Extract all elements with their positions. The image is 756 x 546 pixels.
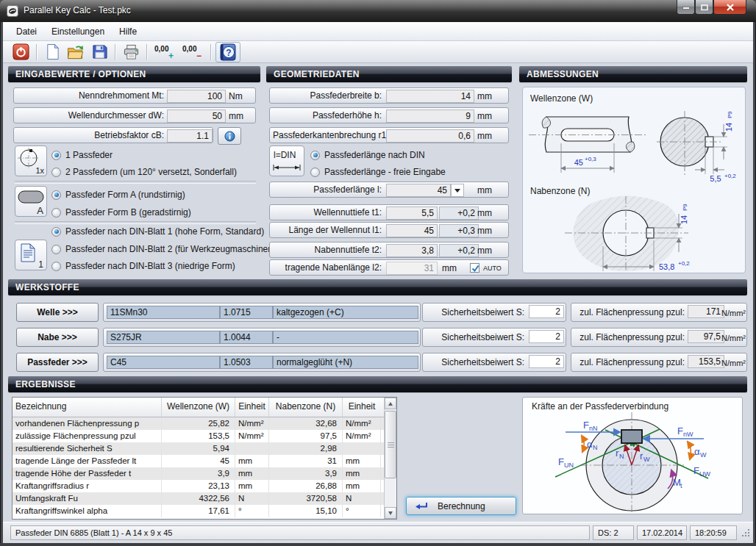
auto-checkbox[interactable] [470,263,479,273]
shaft-side-view-drawing: 45 +0,3 [524,107,653,179]
hub-safety-input[interactable] [529,330,564,343]
key-material-button[interactable]: Passfeder >>> [16,353,99,372]
option-two-keys[interactable]: 2 Passfedern (um 120° versetzt, Sonderfa… [51,166,237,178]
key-safety-input[interactable] [529,355,564,368]
pressure-unit: N/mm² [721,330,746,346]
resize-grip[interactable] [741,528,751,541]
status-time: 18:20:59 [690,525,737,540]
option-din-sheet-2[interactable]: Passfeder nach DIN-Blatt 2 (für Werkzeug… [51,243,276,255]
key-chamfer-input[interactable] [386,129,474,143]
svg-text:nW: nW [683,431,693,438]
shaft-groove-depth-input[interactable] [386,206,438,220]
radio-icon[interactable] [310,151,320,160]
shaft-safety-input[interactable] [529,305,564,318]
key-width-input[interactable] [386,90,474,103]
key-safety-group: Sicherheitsbeiwert S: [422,353,566,372]
decimals-label: 0,00 [154,45,168,53]
key-height-input[interactable] [386,109,474,123]
material-number: 1.0715 [220,306,273,319]
unit-label: mm [229,108,243,124]
shaft-material-button[interactable]: Welle >>> [16,303,99,322]
unit-label: Nm [229,88,243,104]
hub-diameter-dim: 53,8 [659,262,674,271]
input-row-service-factor: Betriebsfaktor cB: [13,127,213,143]
option-form-b[interactable]: Passfeder Form B (geradstirnig) [51,206,191,218]
decrease-decimals-button[interactable]: 0,00 − [179,43,206,62]
hub-groove-depth-input[interactable] [386,244,438,257]
title-bar[interactable]: Parallel Key Calc - Test.pkc [0,0,756,22]
safety-label: Sicherheitsbeiwert S: [426,355,524,370]
input-row-shaft-diameter: Wellendurchmesser dW: mm [13,107,256,123]
option-din-sheet-3[interactable]: Passfeder nach DIN-Blatt 3 (niedrige For… [51,260,235,272]
material-treatment: - [273,331,418,344]
close-button[interactable] [713,0,746,15]
key-length-input[interactable] [386,184,451,197]
service-factor-input[interactable] [167,129,213,143]
radio-icon[interactable] [51,168,61,177]
unit-label: mm [477,88,492,104]
maximize-button[interactable] [695,0,713,15]
radio-icon[interactable] [51,262,61,271]
new-file-button[interactable] [41,43,63,62]
exit-button[interactable] [10,43,32,62]
radio-icon[interactable] [310,168,320,177]
question-glyph: ? [226,47,231,57]
field-label: Passfederhöhe h: [273,108,382,123]
radio-icon[interactable] [51,208,61,218]
menu-einstellungen[interactable]: Einstellungen [44,22,112,40]
material-number: 1.0044 [220,331,273,344]
scroll-up-button[interactable] [385,398,396,409]
main-content: EINGABEWERTE / OPTIONEN GEOMETRIEDATEN A… [3,63,753,522]
info-button[interactable] [218,127,241,145]
field-label: Nabennuttiefe t2: [273,243,382,257]
calculate-button[interactable]: Berechnung [406,497,516,515]
minimize-button[interactable] [677,0,695,15]
scrollbar-thumb[interactable] [385,411,396,478]
hub-material-button[interactable]: Nabe >>> [16,328,99,347]
shaft-keyway-depth-tolerance: +0,2 [724,173,736,179]
table-row: zulässige Flächenpressung pzul153,5N/mm²… [13,430,396,442]
pressure-value: 97,5 [688,330,724,343]
table-scrollbar[interactable] [384,398,396,519]
status-date: 17.02.2014 [637,525,687,540]
window-frame [0,543,756,546]
section-header-geometry: GEOMETRIEDATEN [266,66,512,82]
svg-text:nN: nN [589,425,598,432]
tolerance-value: +0,2 [439,206,479,220]
radio-icon[interactable] [51,151,61,160]
table-row: resultierende Sicherheit S5,942,98 [13,442,396,455]
safety-label: Sicherheitsbeiwert S: [426,305,524,320]
geometry-row-t2: Nabennuttiefe t2: +0,2 mm [269,242,509,258]
print-button[interactable] [120,43,142,62]
app-icon [7,5,18,17]
radio-icon[interactable] [51,245,61,254]
field-label: Wellendurchmesser dW: [17,108,164,123]
shaft-diameter-input[interactable] [167,109,226,123]
shaft-pressure-group: zul. Flächenpressung pzul: 171 N/mm² [571,303,747,322]
svg-text:W: W [643,456,650,463]
option-form-a[interactable]: Passfeder Form A (rundstirnig) [51,189,185,201]
force-fuw-label: F [693,465,699,476]
key-count-icon-label: 1x [35,166,44,175]
scroll-down-button[interactable] [385,507,396,519]
open-file-button[interactable] [65,43,87,62]
radio-icon[interactable] [51,227,61,237]
tolerance-value: +0,2 [439,244,479,257]
menu-datei[interactable]: Datei [9,22,44,40]
option-din-sheet-1[interactable]: Passfeder nach DIN-Blatt 1 (hohe Form, S… [51,226,264,237]
section-header-materials: WERKSTOFFE [8,279,747,295]
option-one-key[interactable]: 1 Passfeder [51,149,113,161]
radio-icon[interactable] [51,190,61,200]
hub-length-input [386,262,438,275]
results-table: Bezeichnung Wellenzone (W) Einheit Naben… [12,397,397,520]
shaft-groove-length-input[interactable] [386,224,438,237]
save-button[interactable] [88,43,110,62]
field-label: Nenndrehmoment Mt: [17,88,164,103]
help-button[interactable]: ? [215,42,240,62]
option-length-din[interactable]: Passfederlänge nach DIN [310,149,425,161]
option-length-free[interactable]: Passfederlänge - freie Eingabe [310,166,446,178]
length-dropdown-button[interactable] [451,184,464,197]
increase-decimals-button[interactable]: 0,00 + [151,43,178,62]
menu-hilfe[interactable]: Hilfe [112,22,144,40]
torque-input[interactable] [167,90,226,103]
